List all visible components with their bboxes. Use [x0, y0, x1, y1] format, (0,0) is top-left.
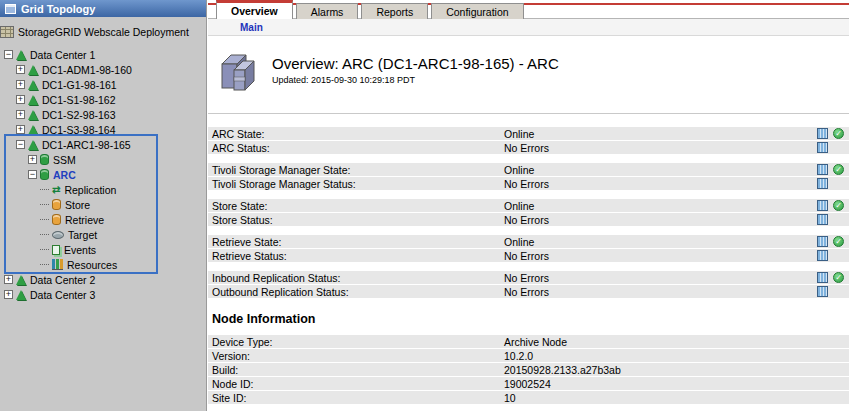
chart-report-icon[interactable] [817, 142, 828, 153]
attribute-row-retrieve-status: Retrieve Status:No Errors [208, 249, 849, 262]
page-title: Overview: ARC (DC1-ARC1-98-165) - ARC [272, 55, 559, 72]
tree-item-deployment[interactable]: StorageGRID Webscale Deployment [0, 23, 206, 41]
attribute-value: Online [504, 236, 849, 248]
minus-expander-icon[interactable]: − [28, 170, 37, 179]
node-icon [28, 125, 38, 135]
attribute-value: 19002524 [504, 378, 849, 390]
tab-reports[interactable]: Reports [361, 3, 428, 19]
node-icon [28, 65, 38, 75]
plus-expander-icon[interactable]: + [16, 80, 25, 89]
updated-timestamp: Updated: 2015-09-30 10:29:18 PDT [272, 75, 559, 85]
attribute-row-site-id: Site ID:10 [208, 391, 849, 404]
tree-item-label: Store [64, 199, 90, 211]
tree-item-ssm[interactable]: +SSM [0, 152, 206, 167]
chart-report-icon[interactable] [817, 272, 828, 283]
attribute-value: No Errors [504, 178, 849, 190]
plus-expander-icon[interactable]: + [16, 65, 25, 74]
attribute-label: Tivoli Storage Manager Status: [208, 178, 504, 190]
attribute-label: Store Status: [208, 214, 504, 226]
tree-item-target[interactable]: Target [0, 227, 206, 242]
tree-item-label: StorageGRID Webscale Deployment [17, 26, 189, 38]
tree-item-label: DC1-G1-98-161 [41, 79, 117, 91]
attribute-value: 10 [504, 392, 849, 404]
tree-item-arc[interactable]: −ARC [0, 167, 206, 182]
tree-item-label: Target [67, 229, 97, 241]
status-ok-icon[interactable]: ✓ [833, 128, 844, 139]
tree-item-data-center-1[interactable]: −Data Center 1 [0, 47, 206, 62]
site-icon [16, 290, 26, 300]
tree-item-replication[interactable]: ⇄Replication [0, 182, 206, 197]
tree-item-dc1-s1-98-162[interactable]: +DC1-S1-98-162 [0, 92, 206, 107]
tree-connector [40, 204, 49, 205]
app-window: Grid Topology StorageGRID Webscale Deplo… [0, 0, 849, 411]
main-panel: OverviewAlarmsReportsConfiguration Main [208, 0, 849, 411]
store-icon [52, 199, 61, 210]
tab-configuration[interactable]: Configuration [431, 3, 523, 19]
attribute-value: No Errors [504, 286, 849, 298]
attribute-row-version: Version:10.2.0 [208, 349, 849, 362]
site-icon [16, 275, 26, 285]
chart-report-icon[interactable] [817, 128, 828, 139]
attribute-label: Outbound Replication Status: [208, 286, 504, 298]
attribute-value: Online [504, 200, 849, 212]
tree-item-label: DC1-ADM1-98-160 [41, 64, 132, 76]
content: Overview: ARC (DC1-ARC1-98-165) - ARC Up… [208, 50, 849, 404]
tree-item-dc1-arc1-98-165[interactable]: −DC1-ARC1-98-165 [0, 137, 206, 152]
attribute-row-build: Build:20150928.2133.a27b3ab [208, 363, 849, 376]
minus-expander-icon[interactable]: − [16, 140, 25, 149]
plus-expander-icon[interactable]: + [16, 95, 25, 104]
tree-item-label: Resources [66, 259, 117, 271]
plus-expander-icon[interactable]: + [28, 155, 37, 164]
tree-item-data-center-2[interactable]: +Data Center 2 [0, 272, 206, 287]
chart-report-icon[interactable] [817, 250, 828, 261]
chart-report-icon[interactable] [817, 286, 828, 297]
plus-expander-icon[interactable]: + [4, 290, 13, 299]
status-ok-icon[interactable]: ✓ [833, 236, 844, 247]
tree-item-dc1-g1-98-161[interactable]: +DC1-G1-98-161 [0, 77, 206, 92]
tab-alarms[interactable]: Alarms [296, 3, 359, 19]
attribute-label: Inbound Replication Status: [208, 272, 504, 284]
status-ok-icon[interactable]: ✓ [833, 164, 844, 175]
attribute-label: Version: [208, 350, 504, 362]
tree-item-label: Data Center 3 [29, 289, 95, 301]
tree-item-retrieve[interactable]: Retrieve [0, 212, 206, 227]
status-ok-icon[interactable]: ✓ [833, 272, 844, 283]
deployment-icon [0, 26, 14, 38]
attribute-value: No Errors [504, 214, 849, 226]
tab-bar: OverviewAlarmsReportsConfiguration [208, 0, 849, 19]
plus-expander-icon[interactable]: + [4, 275, 13, 284]
chart-report-icon[interactable] [817, 164, 828, 175]
tree-item-dc1-s2-98-163[interactable]: +DC1-S2-98-163 [0, 107, 206, 122]
tree-item-dc1-s3-98-164[interactable]: +DC1-S3-98-164 [0, 122, 206, 137]
attribute-label: ARC Status: [208, 142, 504, 154]
tree-item-data-center-3[interactable]: +Data Center 3 [0, 287, 206, 302]
chart-report-icon[interactable] [817, 200, 828, 211]
tree-item-store[interactable]: Store [0, 197, 206, 212]
service-icon [40, 169, 49, 180]
tab-overview[interactable]: Overview [216, 0, 293, 19]
minus-expander-icon[interactable]: − [4, 50, 13, 59]
tree-item-resources[interactable]: Resources [0, 257, 206, 272]
plus-expander-icon[interactable]: + [16, 125, 25, 134]
resources-icon [52, 259, 63, 270]
plus-expander-icon[interactable]: + [16, 110, 25, 119]
main-link[interactable]: Main [240, 22, 263, 33]
target-icon [52, 231, 64, 239]
tree-item-label: Data Center 2 [29, 274, 95, 286]
tree-connector [40, 264, 49, 265]
tree-item-dc1-adm1-98-160[interactable]: +DC1-ADM1-98-160 [0, 62, 206, 77]
sidebar: Grid Topology StorageGRID Webscale Deplo… [0, 0, 207, 411]
node-icon [28, 110, 38, 120]
chart-report-icon[interactable] [817, 178, 828, 189]
separator [208, 113, 849, 114]
status-ok-icon[interactable]: ✓ [833, 200, 844, 211]
tree-item-label: DC1-S1-98-162 [41, 94, 116, 106]
tree-item-label: DC1-S2-98-163 [41, 109, 116, 121]
tree-item-events[interactable]: Events [0, 242, 206, 257]
attribute-label: Tivoli Storage Manager State: [208, 164, 504, 176]
chart-report-icon[interactable] [817, 236, 828, 247]
tabs: OverviewAlarmsReportsConfiguration [216, 0, 524, 19]
tree-items: −Data Center 1+DC1-ADM1-98-160+DC1-G1-98… [0, 47, 206, 302]
tree-item-label: DC1-ARC1-98-165 [41, 139, 131, 151]
chart-report-icon[interactable] [817, 214, 828, 225]
